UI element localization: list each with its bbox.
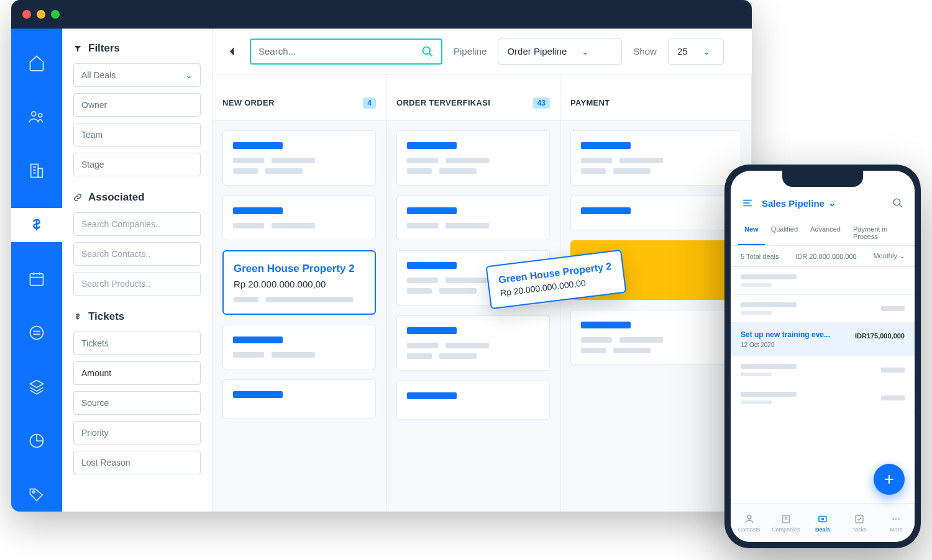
source-filter[interactable]: Source	[73, 391, 201, 415]
deal-card[interactable]	[222, 130, 376, 186]
lost-reason-filter[interactable]: Lost Reason	[73, 451, 201, 474]
column-title: ORDER TERVERFIKASI	[396, 98, 490, 107]
back-button[interactable]	[226, 45, 239, 58]
menu-icon[interactable]	[742, 197, 753, 209]
tickets-filter[interactable]: Tickets	[73, 332, 201, 355]
nav-calendar[interactable]	[11, 262, 62, 296]
column-header: NEW ORDER 4	[212, 86, 386, 120]
column-body[interactable]	[560, 120, 751, 512]
column-title: PAYMENT	[570, 98, 610, 107]
phone-deal-row[interactable]	[731, 384, 915, 412]
filters-panel: Filters All Deals ⌄ Owner Team Stage Ass…	[62, 29, 212, 512]
pipeline-value: Order Pipeline	[507, 46, 567, 56]
phone-deal-date: 12 Oct 2020	[741, 341, 905, 348]
dollar-icon	[73, 312, 82, 321]
deal-card[interactable]	[222, 379, 376, 418]
deal-card[interactable]	[570, 310, 741, 365]
deal-amount: Rp 20.000.000.000,00	[234, 279, 365, 289]
close-window-icon[interactable]	[22, 10, 31, 19]
svg-point-7	[33, 490, 35, 493]
nav-tags[interactable]	[11, 477, 62, 512]
search-icon[interactable]	[892, 197, 903, 209]
chevron-down-icon: ⌄	[582, 47, 589, 56]
nav-companies[interactable]	[11, 154, 62, 188]
phone-tab-payment[interactable]: Payment in Process	[847, 220, 907, 245]
phone-nav-companies[interactable]: Companies	[767, 504, 804, 542]
board-toolbar: Pipeline Order Pipeline ⌄ Show 25 ⌄	[212, 29, 752, 75]
phone-nav-more[interactable]: More	[878, 504, 915, 542]
column-count-badge: 43	[533, 97, 550, 109]
phone-tab-qualified[interactable]: Qualified	[765, 220, 804, 245]
priority-filter[interactable]: Priority	[73, 421, 201, 445]
nav-home[interactable]	[11, 46, 62, 80]
minimize-window-icon[interactable]	[37, 10, 45, 19]
deal-card[interactable]	[396, 315, 550, 371]
svg-point-16	[895, 518, 897, 520]
stage-filter[interactable]: Stage	[73, 153, 201, 176]
phone-bottom-nav: Contacts Companies Deals Tasks More	[731, 504, 915, 542]
add-deal-button[interactable]: +	[874, 464, 905, 495]
tickets-label: Tickets	[81, 338, 109, 348]
owner-label: Owner	[81, 100, 107, 110]
show-select[interactable]: 25 ⌄	[668, 38, 724, 65]
deal-title: Green House Property 2	[234, 263, 365, 275]
phone-nav-tasks[interactable]: Tasks	[841, 504, 878, 542]
phone-deal-row-active[interactable]: Set up new training eve... 12 Oct 2020 I…	[731, 323, 915, 356]
search-contacts-input[interactable]	[73, 242, 201, 266]
svg-point-5	[30, 326, 43, 339]
nav-deals[interactable]	[11, 208, 62, 242]
phone-deal-row[interactable]	[731, 267, 915, 295]
column-count-badge: 4	[363, 97, 376, 109]
phone-nav-contacts[interactable]: Contacts	[731, 504, 767, 542]
lost-reason-label: Lost Reason	[81, 458, 130, 467]
phone-tab-advanced[interactable]: Advanced	[804, 220, 847, 245]
nav-layers[interactable]	[11, 369, 62, 404]
phone-frame: Sales Pipeline⌄ New Qualified Advanced P…	[724, 165, 921, 548]
tickets-heading: Tickets	[73, 310, 201, 323]
phone-pipeline-select[interactable]: Sales Pipeline⌄	[762, 197, 836, 209]
deal-card[interactable]	[396, 196, 550, 240]
filters-heading: Filters	[73, 42, 201, 55]
search-companies-input[interactable]	[73, 212, 201, 236]
svg-point-1	[39, 114, 42, 117]
column-body[interactable]: Green House Property 2 Rp 20.000.000.000…	[212, 120, 386, 512]
phone-screen: Sales Pipeline⌄ New Qualified Advanced P…	[731, 171, 915, 542]
deal-card[interactable]	[222, 196, 376, 240]
priority-label: Priority	[81, 428, 109, 438]
team-filter[interactable]: Team	[73, 123, 201, 147]
link-icon	[73, 193, 82, 202]
pipeline-label: Pipeline	[454, 46, 487, 56]
search-input[interactable]	[250, 38, 442, 65]
column-header: ORDER TERVERFIKASI 43	[386, 86, 560, 120]
pipeline-select[interactable]: Order Pipeline ⌄	[498, 38, 622, 65]
nav-reports[interactable]	[11, 423, 62, 458]
phone-deal-amount: IDR175,000,000	[855, 332, 905, 340]
phone-deal-row[interactable]	[731, 295, 915, 323]
stage-label: Stage	[81, 160, 104, 169]
phone-notch	[782, 171, 863, 187]
maximize-window-icon[interactable]	[51, 10, 60, 19]
phone-deal-row[interactable]	[731, 356, 915, 384]
phone-period-select[interactable]: Monthly ⌄	[873, 252, 905, 260]
nav-contacts[interactable]	[11, 100, 62, 134]
search-icon	[421, 45, 434, 58]
show-label: Show	[633, 46, 657, 56]
phone-tab-new[interactable]: New	[738, 220, 765, 245]
search-products-input[interactable]	[73, 272, 201, 296]
svg-point-8	[423, 47, 431, 54]
deal-card[interactable]	[222, 325, 376, 369]
deal-card-featured[interactable]: Green House Property 2 Rp 20.000.000.000…	[222, 250, 376, 315]
nav-lists[interactable]	[11, 315, 62, 350]
owner-filter[interactable]: Owner	[73, 93, 201, 117]
deal-card[interactable]	[570, 196, 741, 230]
deal-card[interactable]	[570, 130, 741, 186]
amount-filter[interactable]: Amount	[73, 361, 201, 385]
deal-card[interactable]	[396, 130, 550, 186]
column-body[interactable]	[386, 120, 560, 512]
chevron-down-icon: ⌄	[185, 70, 193, 80]
nav-rail	[11, 29, 62, 512]
deal-card[interactable]	[396, 381, 550, 420]
phone-nav-deals[interactable]: Deals	[804, 504, 841, 542]
svg-point-15	[893, 518, 894, 520]
all-deals-select[interactable]: All Deals ⌄	[73, 63, 201, 87]
